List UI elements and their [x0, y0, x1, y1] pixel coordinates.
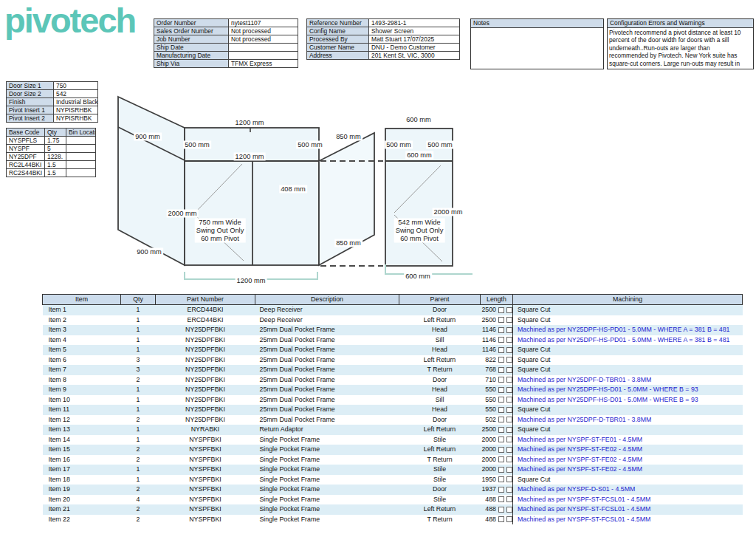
notes-box: Notes: [470, 18, 604, 69]
cell-parent: Left Return: [399, 315, 481, 326]
cell-item: Item 12: [43, 415, 121, 425]
checkbox-icon[interactable]: [498, 417, 504, 422]
checkbox-icon[interactable]: [498, 387, 504, 393]
checkbox-icon[interactable]: [506, 407, 512, 413]
reference-info-table: Reference Number1493-2981-1 Config NameS…: [306, 18, 460, 60]
checkbox-icon[interactable]: [506, 467, 512, 473]
cell-part-number: NYSPFBKI: [156, 475, 255, 485]
checkbox-icon[interactable]: [506, 456, 512, 462]
cell-parent: Head: [399, 325, 481, 335]
table-row: Item 222NYSPFBKISingle Pocket FrameT Ret…: [43, 515, 743, 525]
length-value: 488: [481, 515, 497, 525]
checkbox-icon[interactable]: [498, 367, 504, 373]
checkbox-icon[interactable]: [506, 327, 512, 333]
field-label: Address: [307, 52, 369, 60]
checkbox-icon[interactable]: [506, 347, 512, 353]
base-code: NY25DPF: [7, 153, 45, 161]
cell-parent: Stile: [399, 495, 481, 505]
checkbox-icon[interactable]: [498, 337, 504, 343]
checkbox-icon[interactable]: [506, 377, 512, 383]
checkbox-icon[interactable]: [506, 476, 512, 482]
checkbox-icon[interactable]: [498, 507, 504, 513]
checkbox-icon[interactable]: [498, 377, 504, 383]
column-header-item: Item: [43, 295, 121, 305]
length-value: 2000: [481, 465, 497, 475]
field-value: TFMX Express: [229, 60, 298, 68]
checkbox-icon[interactable]: [506, 357, 512, 363]
checkbox-icon[interactable]: [506, 307, 512, 313]
cell-qty: 1: [121, 335, 156, 346]
cell-machining: Machined as per NYSPF-ST-FE02 - 4.5MM: [513, 465, 743, 475]
checkbox-icon[interactable]: [498, 407, 504, 413]
checkbox-icon[interactable]: [498, 357, 504, 363]
cell-part-number: NY25DPFBKI: [156, 325, 255, 335]
base-qty: 1.5: [45, 169, 66, 177]
checkbox-icon[interactable]: [498, 347, 504, 353]
checkbox-icon[interactable]: [506, 417, 512, 422]
checkbox-icon[interactable]: [506, 337, 512, 343]
cell-machining: Square Cut: [513, 305, 743, 315]
cell-qty: 1: [121, 475, 156, 485]
checkbox-icon[interactable]: [506, 507, 512, 513]
checkbox-icon[interactable]: [506, 496, 512, 502]
cell-qty: 2: [121, 375, 156, 386]
checkbox-icon[interactable]: [506, 487, 512, 493]
cell-length: 768: [481, 365, 513, 375]
cell-qty: 1: [121, 345, 156, 355]
checkbox-icon[interactable]: [506, 367, 512, 373]
cell-qty: 1: [121, 385, 156, 395]
config-warnings-box: Configuration Errors and Warnings Pivote…: [607, 18, 754, 69]
column-header: Bin Location: [66, 129, 96, 137]
notes-title: Notes: [471, 19, 603, 28]
checkbox-icon[interactable]: [498, 307, 504, 313]
cell-item: Item 19: [43, 485, 121, 495]
checkbox-icon[interactable]: [498, 447, 504, 453]
cell-length: 822: [481, 355, 513, 366]
checkbox-icon[interactable]: [498, 516, 504, 522]
cell-part-number: NYSPFBKI: [156, 435, 255, 445]
checkbox-icon[interactable]: [498, 456, 504, 462]
cell-part-number: NYSPFBKI: [156, 455, 255, 465]
dimension-label: 900 mm: [134, 133, 162, 141]
checkbox-icon[interactable]: [498, 327, 504, 333]
cell-qty: 4: [121, 495, 156, 505]
table-row: Item 171NYSPFBKISingle Pocket FrameStile…: [43, 465, 743, 475]
length-value: 550: [481, 385, 497, 395]
checkbox-icon[interactable]: [498, 397, 504, 403]
cell-parent: Stile: [399, 435, 481, 445]
cell-parent: Sill: [399, 335, 481, 346]
field-value: Industrial Black: [54, 98, 98, 106]
table-row: Item 122NY25DPFBKI25mm Dual Pocket Frame…: [43, 415, 743, 425]
checkbox-icon[interactable]: [506, 387, 512, 393]
checkbox-icon[interactable]: [498, 427, 504, 433]
cell-item: Item 7: [43, 365, 121, 375]
cell-machining: Machined as per NYSPF-ST-FCSL01 - 4.5MM: [513, 495, 743, 505]
checkbox-icon[interactable]: [506, 516, 512, 522]
column-header-qty: Qty: [121, 295, 156, 305]
cell-part-number: NYSPFBKI: [156, 504, 255, 515]
checkbox-icon[interactable]: [498, 317, 504, 323]
checkbox-icon[interactable]: [498, 487, 504, 493]
checkbox-icon[interactable]: [498, 467, 504, 473]
items-table: Item Qty Part Number Description Parent …: [42, 294, 743, 524]
cell-parent: Stile: [399, 465, 481, 475]
cell-parent: Left Return: [399, 425, 481, 435]
checkbox-icon[interactable]: [506, 317, 512, 323]
cell-item: Item 16: [43, 455, 121, 465]
dimension-label: 900 mm: [135, 248, 163, 256]
dimension-label: 1200 mm: [234, 119, 266, 127]
door2-swing-label: 542 mm Wide Swing Out Only 60 mm Pivot: [394, 219, 445, 243]
checkbox-icon[interactable]: [506, 397, 512, 403]
cell-machining: Machined as per NYSPF-ST-FCSL01 - 4.5MM: [513, 515, 743, 525]
checkbox-icon[interactable]: [498, 476, 504, 482]
order-info-table: Order Numbernytest1107 Sales Order Numbe…: [154, 18, 298, 68]
checkbox-icon[interactable]: [506, 427, 512, 433]
length-value: 488: [481, 504, 497, 515]
base-code: RC2S44BKI: [7, 169, 45, 177]
checkbox-icon[interactable]: [498, 437, 504, 442]
checkbox-icon[interactable]: [506, 447, 512, 453]
checkbox-icon[interactable]: [506, 437, 512, 442]
length-value: 1950: [481, 475, 497, 485]
cell-description: Deep Receiver: [255, 315, 399, 326]
checkbox-icon[interactable]: [498, 496, 504, 502]
